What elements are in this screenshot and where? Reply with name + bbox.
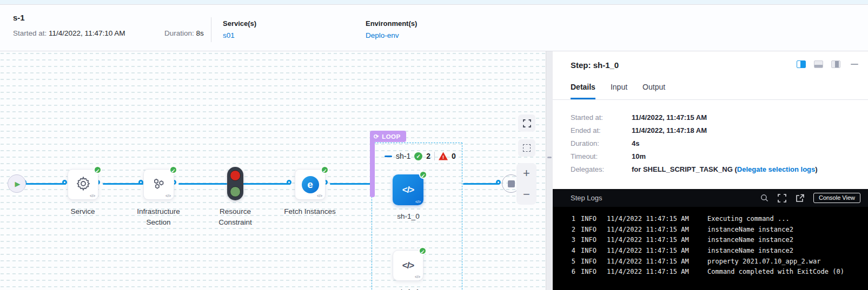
minimize-icon[interactable] (851, 64, 858, 65)
script-indicator-icon: </> (165, 194, 171, 198)
tab-output[interactable]: Output (642, 83, 665, 99)
detail-value: 11/4/2022, 11:47:15 AM (632, 113, 707, 122)
connector-dot (62, 180, 67, 185)
success-badge: ✓ (419, 171, 427, 179)
log-timestamp: 11/4/2022 11:47:15 AM (607, 247, 706, 254)
traffic-light-green (230, 186, 241, 197)
log-line: 1 INFO 11/4/2022 11:47:15 AM Executing c… (567, 213, 868, 224)
collapse-group-button[interactable] (385, 156, 392, 157)
detail-value: 4s (632, 139, 639, 147)
step-details-panel: Step: sh-1_0 Details Input Output Starte… (553, 51, 868, 290)
log-line-number: 3 (567, 236, 575, 244)
connector-line (463, 183, 499, 185)
log-timestamp: 11/4/2022 11:47:15 AM (607, 226, 706, 233)
log-message: property 2021.07.10_app_2.war (707, 258, 821, 265)
log-level: INFO (581, 268, 604, 275)
success-badge: ✓ (94, 166, 102, 174)
zoom-controls: + − (516, 163, 536, 205)
node-sh-1-1[interactable]: </> ✓ </> (393, 250, 423, 281)
fit-to-screen-button[interactable] (518, 114, 535, 132)
node-label: Fetch Instances (275, 206, 345, 217)
top-accent-strip (0, 0, 868, 5)
connector-dot (496, 180, 501, 185)
loop-badge-label: LOOP (382, 133, 401, 140)
service-link[interactable]: s01 (223, 31, 235, 39)
log-line-number: 6 (567, 268, 575, 275)
tab-details[interactable]: Details (571, 83, 595, 99)
detail-value: 11/4/2022, 11:47:18 AM (632, 126, 707, 134)
duration-value: 8s (196, 29, 204, 37)
open-in-new-icon[interactable] (796, 194, 804, 203)
success-badge: ✓ (321, 166, 329, 174)
environment-link[interactable]: Deplo-env (366, 31, 399, 39)
expand-logs-icon[interactable] (778, 194, 786, 203)
start-node[interactable]: ▶ (8, 174, 26, 193)
detail-label: Ended at: (571, 126, 632, 134)
tab-input[interactable]: Input (611, 83, 627, 99)
zoom-in-button[interactable]: + (523, 167, 530, 179)
log-lines[interactable]: 1 INFO 11/4/2022 11:47:15 AM Executing c… (553, 207, 868, 277)
zoom-out-button[interactable]: − (523, 188, 530, 200)
log-level: INFO (581, 226, 604, 233)
console-view-button[interactable]: Console View (813, 193, 860, 203)
execution-title: s-1 (13, 13, 25, 22)
step-details-list: Started at: 11/4/2022, 11:47:15 AM Ended… (571, 111, 818, 176)
connector-line (103, 183, 143, 185)
log-level: INFO (581, 247, 604, 254)
detail-label: Delegates: (571, 165, 632, 173)
connector-line (330, 183, 372, 185)
node-label: Infrastructure Section (126, 206, 191, 228)
marquee-select-button[interactable] (518, 139, 535, 157)
node-label: Resource Constraint (203, 206, 268, 228)
bottom-view-icon[interactable] (814, 60, 823, 68)
log-message: instanceName instance2 (707, 247, 793, 254)
delegate-selection-logs-link[interactable]: Delegate selection logs (737, 165, 816, 173)
started-at-label: Started at: (13, 29, 47, 37)
split-view-icon[interactable] (797, 60, 806, 68)
step-logs-header: Step Logs Console View (553, 189, 868, 207)
node-label: sh-1_0 (376, 211, 441, 222)
duration: Duration: 8s (164, 29, 204, 37)
tabs-divider (553, 99, 868, 100)
stop-icon (508, 180, 515, 187)
step-logs-title: Step Logs (571, 194, 760, 202)
detail-row-started: Started at: 11/4/2022, 11:47:15 AM (571, 111, 818, 124)
right-view-icon[interactable] (831, 60, 840, 68)
log-level: INFO (581, 215, 604, 222)
log-line: 6 INFO 11/4/2022 11:47:15 AM Command com… (567, 266, 868, 277)
log-message: Command completed with ExitCode (0) (707, 268, 844, 275)
detail-row-delegates: Delegates: for SHELL_SCRIPT_TASK_NG ( De… (571, 163, 818, 176)
services-label: Service(s) (223, 19, 256, 28)
log-line: 5 INFO 11/4/2022 11:47:15 AM property 20… (567, 256, 868, 267)
connector-line (242, 183, 290, 185)
play-icon: ▶ (14, 180, 21, 188)
log-level: INFO (581, 236, 604, 244)
node-label: sh-1_1 (376, 287, 441, 290)
pipeline-canvas[interactable]: ▶ ✓ </> Service ✓ </> (0, 51, 546, 290)
connector-line (178, 183, 227, 185)
started-at-value: 11/4/2022, 11:47:10 AM (49, 29, 125, 37)
detail-label: Duration: (571, 139, 632, 147)
log-line: 3 INFO 11/4/2022 11:47:15 AM instanceNam… (567, 234, 868, 245)
gear-icon (75, 176, 91, 194)
node-fetch-instances[interactable]: e ✓ </> (295, 169, 326, 200)
script-indicator-icon: </> (317, 194, 322, 198)
loop-icon: ⟳ (374, 133, 379, 140)
node-label: Service (50, 206, 115, 217)
hexagons-icon (151, 176, 167, 194)
node-sh-1-0[interactable]: </> ✓ </> (393, 174, 423, 205)
step-panel-title: Step: sh-1_0 (571, 60, 619, 70)
node-infrastructure[interactable]: ✓ </> (143, 169, 174, 200)
log-message: Executing command ... (707, 215, 790, 222)
node-resource-constraint[interactable] (227, 167, 243, 200)
log-timestamp: 11/4/2022 11:47:15 AM (607, 236, 706, 244)
traffic-light-red (230, 170, 241, 181)
fetch-instances-icon: e (302, 176, 319, 193)
started-at: Started at: 11/4/2022, 11:47:10 AM (13, 29, 125, 37)
group-warning-icon: ! (439, 152, 448, 160)
panel-splitter[interactable] (546, 51, 553, 290)
search-icon[interactable] (760, 194, 768, 202)
log-line-number: 5 (567, 258, 575, 265)
header-divider (211, 17, 211, 42)
node-service[interactable]: ✓ </> (68, 169, 98, 200)
